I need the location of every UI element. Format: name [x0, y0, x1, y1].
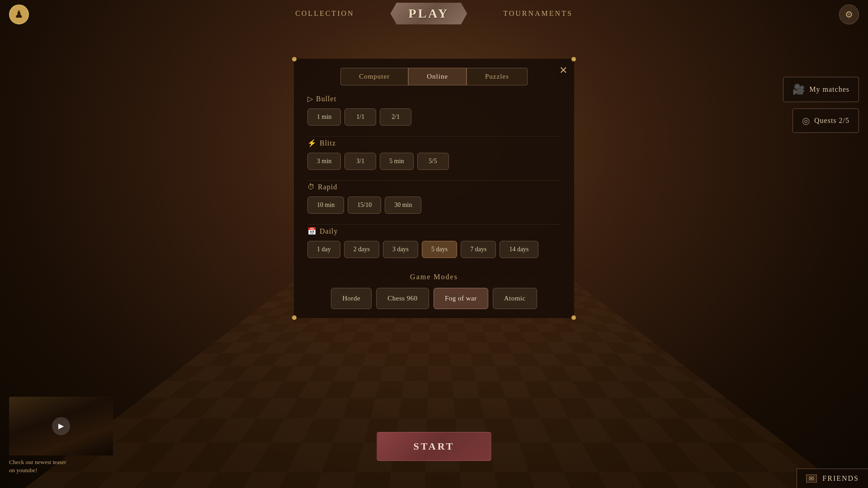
blitz-3min[interactable]: 3 min — [307, 153, 341, 170]
start-button[interactable]: START — [377, 432, 491, 461]
close-button[interactable]: ✕ — [559, 66, 567, 75]
daily-title: 📅 Daily — [307, 227, 561, 235]
daily-5days[interactable]: 5 days — [422, 241, 457, 258]
friends-bar[interactable]: ✉ FRIENDS — [797, 469, 868, 488]
tab-bar: Computer Online Puzzles — [294, 59, 574, 85]
rapid-30min[interactable]: 30 min — [385, 197, 421, 214]
friends-label: FRIENDS — [822, 474, 859, 483]
blitz-section: ⚡ Blitz 3 min 3/1 5 min 5/5 — [294, 139, 574, 178]
play-dialog: Computer Online Puzzles ✕ ▷ Bullet 1 min… — [294, 59, 574, 318]
tab-computer[interactable]: Computer — [340, 68, 408, 85]
divider-3 — [307, 224, 561, 225]
rapid-10min[interactable]: 10 min — [307, 197, 344, 214]
game-modes-grid: Horde Chess 960 Fog of war Atomic — [294, 288, 574, 309]
corner-tr — [571, 57, 576, 61]
bullet-label: Bullet — [316, 95, 336, 103]
rapid-title: ⏱ Rapid — [307, 183, 561, 191]
rapid-15-10[interactable]: 15/10 — [348, 197, 381, 214]
rapid-icon: ⏱ — [307, 183, 315, 191]
bullet-1min[interactable]: 1 min — [307, 108, 341, 126]
corner-br — [571, 315, 576, 320]
friends-icon: ✉ — [806, 474, 817, 483]
daily-section: 📅 Daily 1 day 2 days 3 days 5 days 7 day… — [294, 227, 574, 266]
tab-online[interactable]: Online — [408, 68, 467, 85]
my-matches-panel[interactable]: 🎥 My matches — [783, 77, 859, 102]
bullet-2-1[interactable]: 2/1 — [380, 108, 411, 126]
mode-atomic[interactable]: Atomic — [493, 288, 537, 309]
settings-button[interactable]: ⚙ — [839, 5, 859, 24]
daily-7days[interactable]: 7 days — [461, 241, 496, 258]
divider-1 — [307, 136, 561, 136]
rapid-section: ⏱ Rapid 10 min 15/10 30 min — [294, 183, 574, 222]
video-teaser: ▶ Check our newest teaseron youtube! — [9, 397, 113, 474]
rapid-buttons: 10 min 15/10 30 min — [307, 197, 561, 214]
nav-tournaments[interactable]: TOURNAMENTS — [503, 9, 573, 18]
corner-tl — [292, 57, 297, 61]
daily-1day[interactable]: 1 day — [307, 241, 340, 258]
daily-14days[interactable]: 14 days — [500, 241, 538, 258]
daily-3days[interactable]: 3 days — [383, 241, 418, 258]
divider-2 — [307, 180, 561, 181]
blitz-buttons: 3 min 3/1 5 min 5/5 — [307, 153, 561, 170]
daily-buttons: 1 day 2 days 3 days 5 days 7 days 14 day… — [307, 241, 561, 258]
daily-label: Daily — [320, 227, 338, 235]
bullet-section: ▷ Bullet 1 min 1/1 2/1 — [294, 94, 574, 134]
bullet-1-1[interactable]: 1/1 — [344, 108, 376, 126]
video-caption: Check our newest teaseron youtube! — [9, 458, 113, 474]
bullet-icon: ▷ — [307, 94, 313, 103]
daily-2days[interactable]: 2 days — [344, 241, 379, 258]
play-video-button[interactable]: ▶ — [52, 417, 70, 435]
blitz-5-5[interactable]: 5/5 — [417, 153, 449, 170]
corner-bl — [292, 315, 297, 320]
quests-panel[interactable]: ◎ Quests 2/5 — [793, 108, 859, 133]
daily-icon: 📅 — [307, 227, 317, 235]
nav-play[interactable]: PLAY — [391, 3, 467, 24]
blitz-label: Blitz — [320, 139, 336, 147]
blitz-icon: ⚡ — [307, 139, 317, 147]
mode-chess960[interactable]: Chess 960 — [376, 288, 429, 309]
logo-button[interactable]: ♟ — [9, 5, 29, 24]
quests-icon: ◎ — [802, 115, 810, 126]
bullet-buttons: 1 min 1/1 2/1 — [307, 108, 561, 126]
mode-fog-of-war[interactable]: Fog of war — [434, 288, 488, 309]
tab-puzzles[interactable]: Puzzles — [467, 68, 528, 85]
my-matches-label: My matches — [809, 85, 849, 94]
top-navigation: ♟ COLLECTION PLAY TOURNAMENTS ⚙ — [0, 0, 868, 27]
quests-label: Quests 2/5 — [814, 117, 849, 125]
blitz-5min[interactable]: 5 min — [380, 153, 413, 170]
blitz-title: ⚡ Blitz — [307, 139, 561, 147]
video-thumbnail[interactable]: ▶ — [9, 397, 113, 455]
my-matches-icon: 🎥 — [793, 84, 805, 95]
rapid-label: Rapid — [318, 183, 337, 191]
mode-horde[interactable]: Horde — [331, 288, 372, 309]
blitz-3-1[interactable]: 3/1 — [344, 153, 376, 170]
game-modes-title: Game Modes — [294, 273, 574, 281]
bullet-title: ▷ Bullet — [307, 94, 561, 103]
nav-collection[interactable]: COLLECTION — [295, 9, 354, 18]
nav-center: COLLECTION PLAY TOURNAMENTS — [295, 3, 573, 24]
